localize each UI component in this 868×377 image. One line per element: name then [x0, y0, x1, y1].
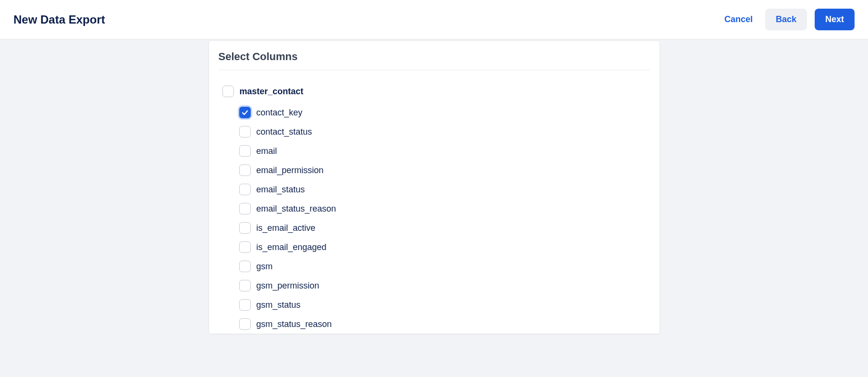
tree-child-row: gsm_status — [222, 295, 650, 314]
header: New Data Export Cancel Back Next — [0, 0, 868, 39]
checkbox-email-status[interactable] — [239, 184, 251, 195]
tree-child-row: gsm_status_reason — [222, 314, 650, 334]
cancel-button[interactable]: Cancel — [720, 9, 758, 30]
columns-tree: master_contactcontact_keycontact_statuse… — [219, 70, 650, 334]
checkbox-gsm[interactable] — [239, 261, 251, 272]
checkbox-email-permission[interactable] — [239, 164, 251, 176]
tree-child-label: email_status — [257, 185, 305, 195]
tree-child-label: gsm_status — [257, 300, 301, 310]
card-title: Select Columns — [219, 50, 650, 70]
tree-child-label: contact_status — [257, 127, 312, 137]
checkbox-email[interactable] — [239, 145, 251, 157]
tree-child-row: contact_key — [222, 103, 650, 122]
tree-child-row: is_email_active — [222, 218, 650, 238]
checkbox-contact-status[interactable] — [239, 126, 251, 138]
header-actions: Cancel Back Next — [720, 9, 855, 30]
checkbox-gsm-status-reason[interactable] — [239, 318, 251, 330]
select-columns-card: Select Columns master_contactcontact_key… — [209, 41, 660, 334]
tree-child-label: is_email_engaged — [257, 242, 327, 252]
checkbox-master-contact[interactable] — [222, 86, 234, 97]
checkbox-is-email-engaged[interactable] — [239, 241, 251, 253]
tree-child-label: email_permission — [257, 165, 324, 176]
tree-child-row: gsm — [222, 257, 650, 276]
checkbox-gsm-permission[interactable] — [239, 280, 251, 291]
next-button[interactable]: Next — [815, 9, 855, 30]
tree-child-label: gsm — [257, 262, 273, 272]
tree-child-label: gsm_status_reason — [257, 319, 332, 329]
tree-parent-row: master_contact — [222, 82, 650, 101]
page-title: New Data Export — [13, 13, 105, 26]
checkbox-contact-key[interactable] — [239, 107, 251, 118]
checkbox-email-status-reason[interactable] — [239, 203, 251, 214]
tree-child-label: email — [257, 146, 277, 156]
tree-child-label: gsm_permission — [257, 281, 319, 291]
tree-child-row: email_status — [222, 180, 650, 199]
tree-child-row: contact_status — [222, 122, 650, 141]
tree-child-row: email_status_reason — [222, 199, 650, 218]
tree-child-row: email_permission — [222, 161, 650, 180]
tree-child-label: is_email_active — [257, 223, 316, 233]
content-area: Select Columns master_contactcontact_key… — [0, 39, 868, 334]
tree-child-label: email_status_reason — [257, 204, 336, 214]
checkbox-is-email-active[interactable] — [239, 222, 251, 234]
back-button[interactable]: Back — [765, 9, 807, 30]
tree-child-row: email — [222, 141, 650, 161]
tree-child-row: is_email_engaged — [222, 238, 650, 257]
checkbox-gsm-status[interactable] — [239, 299, 251, 311]
tree-parent-label: master_contact — [240, 87, 304, 97]
tree-child-label: contact_key — [257, 108, 303, 118]
tree-child-row: gsm_permission — [222, 276, 650, 295]
